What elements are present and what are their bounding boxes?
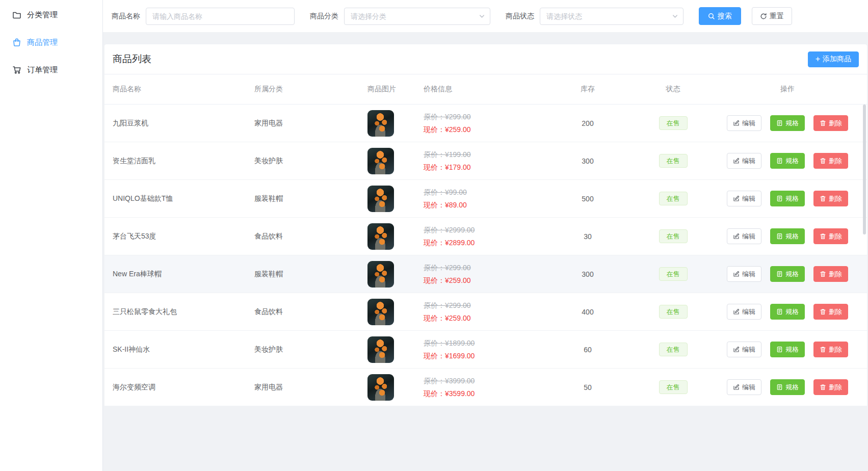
status-badge: 在售 bbox=[659, 343, 688, 357]
trash-icon bbox=[820, 346, 826, 353]
product-image bbox=[367, 336, 394, 363]
add-product-button[interactable]: + 添加商品 bbox=[808, 51, 859, 67]
edit-icon bbox=[733, 120, 740, 126]
current-price: 现价：¥89.00 bbox=[424, 199, 544, 211]
status-badge: 在售 bbox=[659, 267, 688, 281]
sidebar-item-product-management[interactable]: 商品管理 bbox=[0, 29, 102, 56]
original-price: 原价：¥299.00 bbox=[424, 262, 544, 273]
product-name: 九阳豆浆机 bbox=[113, 119, 254, 128]
trash-icon bbox=[820, 308, 826, 315]
product-status-select-input[interactable] bbox=[540, 8, 683, 25]
delete-button[interactable]: 删除 bbox=[813, 342, 848, 357]
edit-button-label: 编辑 bbox=[742, 194, 755, 203]
edit-button-label: 编辑 bbox=[742, 119, 755, 128]
delete-button[interactable]: 删除 bbox=[813, 191, 848, 206]
product-image-cell bbox=[367, 186, 424, 212]
spec-button[interactable]: 规格 bbox=[770, 379, 805, 395]
product-image-cell bbox=[367, 261, 424, 287]
table-row: 茅台飞天53度 食品饮料 原价：¥2999.00 现价：¥2899.00 30 … bbox=[104, 218, 867, 255]
sidebar-item-category-management[interactable]: 分类管理 bbox=[0, 1, 102, 29]
vertical-scrollbar[interactable] bbox=[863, 104, 866, 234]
edit-button-label: 编辑 bbox=[742, 232, 755, 241]
table-row: 九阳豆浆机 家用电器 原价：¥299.00 现价：¥259.00 200 在售 … bbox=[104, 104, 867, 142]
delete-button[interactable]: 删除 bbox=[813, 228, 848, 244]
plus-icon: + bbox=[816, 55, 820, 63]
edit-button[interactable]: 编辑 bbox=[727, 266, 761, 282]
status-badge: 在售 bbox=[659, 380, 688, 395]
product-image-cell bbox=[367, 336, 424, 363]
edit-button[interactable]: 编辑 bbox=[727, 228, 761, 244]
search-icon bbox=[708, 13, 715, 20]
table-row: 海尔变频空调 家用电器 原价：¥3999.00 现价：¥3599.00 50 在… bbox=[104, 369, 867, 406]
product-stock: 500 bbox=[544, 195, 631, 203]
edit-button[interactable]: 编辑 bbox=[727, 153, 761, 169]
spec-button[interactable]: 规格 bbox=[770, 115, 805, 131]
edit-button[interactable]: 编辑 bbox=[727, 342, 761, 357]
edit-button[interactable]: 编辑 bbox=[727, 379, 761, 395]
search-button[interactable]: 搜索 bbox=[699, 7, 741, 25]
spec-button[interactable]: 规格 bbox=[770, 342, 805, 357]
delete-button[interactable]: 删除 bbox=[813, 115, 848, 131]
spec-button-label: 规格 bbox=[785, 232, 799, 241]
status-badge: 在售 bbox=[659, 154, 688, 168]
document-icon bbox=[776, 195, 783, 202]
current-price: 现价：¥259.00 bbox=[424, 275, 544, 286]
product-stock: 400 bbox=[544, 308, 631, 316]
product-name-field bbox=[146, 8, 295, 25]
price-info: 原价：¥299.00 现价：¥259.00 bbox=[424, 262, 544, 286]
product-category-select[interactable] bbox=[344, 8, 490, 25]
status-badge: 在售 bbox=[659, 229, 688, 244]
spec-button[interactable]: 规格 bbox=[770, 191, 805, 206]
product-name-label: 商品名称 bbox=[112, 12, 140, 21]
spec-button[interactable]: 规格 bbox=[770, 304, 805, 320]
status-cell: 在售 bbox=[631, 229, 715, 244]
product-status-select[interactable] bbox=[540, 8, 683, 25]
price-info: 原价：¥1899.00 现价：¥1699.00 bbox=[424, 337, 544, 361]
shopping-bag-icon bbox=[12, 38, 21, 47]
add-product-label: 添加商品 bbox=[823, 55, 851, 64]
price-info: 原价：¥299.00 现价：¥259.00 bbox=[424, 111, 544, 135]
document-icon bbox=[776, 233, 783, 240]
delete-button[interactable]: 删除 bbox=[813, 153, 848, 169]
product-category-select-input[interactable] bbox=[344, 8, 490, 25]
original-price: 原价：¥299.00 bbox=[424, 300, 544, 311]
price-info: 原价：¥299.00 现价：¥259.00 bbox=[424, 300, 544, 324]
edit-button[interactable]: 编辑 bbox=[727, 304, 761, 320]
edit-button[interactable]: 编辑 bbox=[727, 191, 761, 206]
product-image bbox=[367, 148, 394, 174]
trash-icon bbox=[820, 158, 826, 164]
delete-button-label: 删除 bbox=[829, 232, 842, 241]
original-price: 原价：¥199.00 bbox=[424, 149, 544, 160]
spec-button-label: 规格 bbox=[785, 270, 799, 279]
status-cell: 在售 bbox=[631, 116, 715, 130]
sidebar: 分类管理 商品管理 订单管理 bbox=[0, 0, 103, 471]
edit-icon bbox=[733, 384, 740, 390]
search-button-label: 搜索 bbox=[718, 12, 732, 21]
table-row: 资生堂洁面乳 美妆护肤 原价：¥199.00 现价：¥179.00 300 在售… bbox=[104, 142, 867, 180]
delete-button[interactable]: 删除 bbox=[813, 304, 848, 320]
product-image bbox=[367, 223, 394, 250]
status-cell: 在售 bbox=[631, 154, 715, 168]
spec-button[interactable]: 规格 bbox=[770, 266, 805, 282]
delete-button[interactable]: 删除 bbox=[813, 266, 848, 282]
reset-button-label: 重置 bbox=[770, 12, 784, 21]
original-price: 原价：¥3999.00 bbox=[424, 375, 544, 386]
spec-button[interactable]: 规格 bbox=[770, 153, 805, 169]
table-row: 三只松鼠零食大礼包 食品饮料 原价：¥299.00 现价：¥259.00 400… bbox=[104, 293, 867, 331]
delete-button[interactable]: 删除 bbox=[813, 379, 848, 395]
product-name: SK-II神仙水 bbox=[113, 345, 254, 354]
status-badge: 在售 bbox=[659, 116, 688, 130]
reset-button[interactable]: 重置 bbox=[752, 7, 792, 25]
column-header-actions: 操作 bbox=[715, 85, 860, 94]
product-category-label: 商品分类 bbox=[310, 12, 338, 21]
trash-icon bbox=[820, 233, 826, 240]
product-image bbox=[367, 261, 394, 287]
product-name: 海尔变频空调 bbox=[113, 383, 254, 392]
spec-button-label: 规格 bbox=[785, 383, 799, 392]
edit-button[interactable]: 编辑 bbox=[727, 115, 761, 131]
spec-button-label: 规格 bbox=[785, 119, 799, 128]
sidebar-item-order-management[interactable]: 订单管理 bbox=[0, 56, 102, 84]
filter-bar: 商品名称 商品分类 商品状态 bbox=[103, 0, 868, 32]
product-name-input[interactable] bbox=[146, 8, 295, 25]
spec-button[interactable]: 规格 bbox=[770, 228, 805, 244]
